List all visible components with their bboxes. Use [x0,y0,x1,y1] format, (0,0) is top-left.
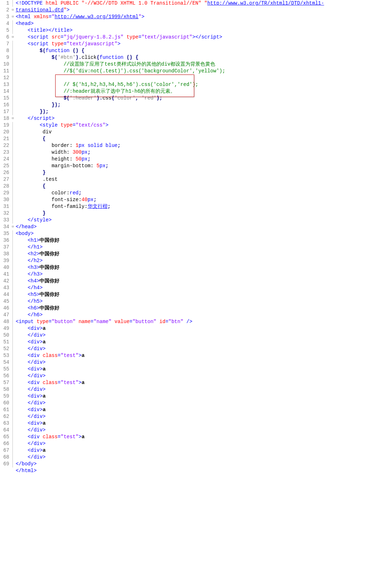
line-number[interactable]: 66 [0,440,9,447]
line-number[interactable]: 56 [0,373,9,379]
code-line[interactable]: // $('h1,h2,h3,h4,h5,h6').css('color','r… [16,81,324,88]
code-line[interactable]: </div> [16,400,324,406]
line-number[interactable]: 35 [0,230,9,237]
code-line[interactable]: <input type="button" name="name" value="… [16,318,324,325]
line-number[interactable]: 50 [0,332,9,339]
line-number[interactable]: 61 [0,406,9,413]
line-number[interactable]: 3 [0,14,9,20]
line-number[interactable]: 58 [0,386,9,393]
line-number[interactable]: 25 [0,163,9,169]
code-line[interactable]: width: 300px; [16,149,324,156]
line-number[interactable]: 57 [0,379,9,386]
line-number[interactable]: 39 [0,257,9,264]
line-number[interactable]: 49 [0,325,9,332]
code-line[interactable]: }); [16,102,324,108]
code-line[interactable]: $(':header').css('color', 'red'); [16,95,324,102]
code-line[interactable]: </div> [16,386,324,393]
line-number[interactable]: 47 [0,312,9,318]
line-number[interactable]: 15 [0,95,9,102]
code-line[interactable]: font-size:40px; [16,196,324,203]
line-number[interactable]: 33 [0,217,9,224]
line-number[interactable]: 19 [0,122,9,129]
fold-toggle-icon[interactable]: ⊟ [11,14,15,20]
code-line[interactable]: </div> [16,359,324,366]
line-number[interactable]: 32 [0,210,9,217]
line-number[interactable]: 31 [0,203,9,210]
code-line[interactable]: <div>a [16,339,324,346]
code-line[interactable]: </div> [16,332,324,339]
code-line[interactable]: </div> [16,373,324,379]
line-number[interactable]: 67 [0,447,9,454]
line-number[interactable]: 10 [0,61,9,68]
line-number[interactable]: 52 [0,346,9,352]
code-line[interactable]: </h1> [16,244,324,251]
code-line[interactable]: <div class="test">a [16,379,324,386]
line-number[interactable]: 11 [0,68,9,75]
line-number[interactable]: 9 [0,54,9,61]
line-number[interactable]: 30 [0,196,9,203]
code-line[interactable]: //$('div:not(.test)').css('backgroundCol… [16,68,324,75]
code-line[interactable]: </h2> [16,257,324,264]
line-number[interactable]: 29 [0,190,9,196]
code-line[interactable]: </script> [16,115,324,122]
code-line[interactable]: <h5>中国你好 [16,291,324,298]
code-line[interactable]: <h6>中国你好 [16,305,324,312]
fold-column[interactable]: ⊟⊟⊟⊟⊟ [11,0,15,474]
code-line[interactable]: { [16,183,324,190]
line-number[interactable]: 68 [0,454,9,461]
line-number[interactable]: 2 [0,7,9,14]
code-line[interactable]: </body> [16,461,324,467]
code-line[interactable]: <!DOCTYPE html PUBLIC "-//W3C//DTD XHTML… [16,0,324,7]
line-number[interactable]: 24 [0,156,9,163]
line-number[interactable]: 69 [0,461,9,467]
line-number[interactable]: 1 [0,0,9,7]
code-line[interactable]: <div>a [16,406,324,413]
code-line[interactable]: <body> [16,230,324,237]
code-line[interactable]: <h1>中国你好 [16,237,324,244]
code-line[interactable]: .test [16,176,324,183]
code-line[interactable]: </div> [16,413,324,420]
code-line[interactable]: <title></title> [16,27,324,34]
line-number[interactable]: 64 [0,427,9,434]
code-line[interactable]: <div class="test">a [16,434,324,440]
line-number[interactable]: 28 [0,183,9,190]
code-line[interactable]: <script src="jq/jquery-1.8.2.js" type="t… [16,34,324,41]
line-number[interactable]: 55 [0,366,9,373]
fold-toggle-icon[interactable]: ⊟ [11,224,15,230]
code-line[interactable]: margin-bottom: 5px; [16,163,324,169]
code-line[interactable]: <html xmlns="http://www.w3.org/1999/xhtm… [16,14,324,20]
line-number[interactable]: 17 [0,108,9,115]
line-number[interactable]: 41 [0,271,9,278]
code-line[interactable] [16,75,324,81]
line-number[interactable]: 13 [0,81,9,88]
code-line[interactable]: </div> [16,346,324,352]
line-number[interactable]: 23 [0,149,9,156]
line-number[interactable]: 26 [0,169,9,176]
code-line[interactable]: </h6> [16,312,324,318]
line-number[interactable]: 6 [0,34,9,41]
code-line[interactable]: { [16,135,324,142]
line-number[interactable]: 22 [0,142,9,149]
line-number[interactable]: 21 [0,135,9,142]
line-number[interactable]: 18 [0,115,9,122]
line-number[interactable]: 42 [0,278,9,285]
line-number[interactable]: 43 [0,285,9,291]
line-number[interactable]: 40 [0,264,9,271]
code-line[interactable]: </div> [16,440,324,447]
line-number[interactable]: 20 [0,129,9,135]
line-number[interactable]: 37 [0,244,9,251]
code-line[interactable]: <script type="text/javascript"> [16,41,324,47]
code-line[interactable]: <div>a [16,366,324,373]
code-line[interactable]: </h4> [16,285,324,291]
code-line[interactable]: <div>a [16,447,324,454]
line-number[interactable]: 63 [0,420,9,427]
code-area[interactable]: <!DOCTYPE html PUBLIC "-//W3C//DTD XHTML… [15,0,324,474]
code-line[interactable]: </style> [16,217,324,224]
code-line[interactable]: } [16,210,324,217]
fold-toggle-icon[interactable]: ⊟ [11,7,15,14]
fold-toggle-icon[interactable]: ⊟ [11,34,15,41]
code-line[interactable]: height: 50px; [16,156,324,163]
line-number[interactable]: 34 [0,224,9,230]
code-line[interactable]: <div>a [16,420,324,427]
code-line[interactable]: </h3> [16,271,324,278]
